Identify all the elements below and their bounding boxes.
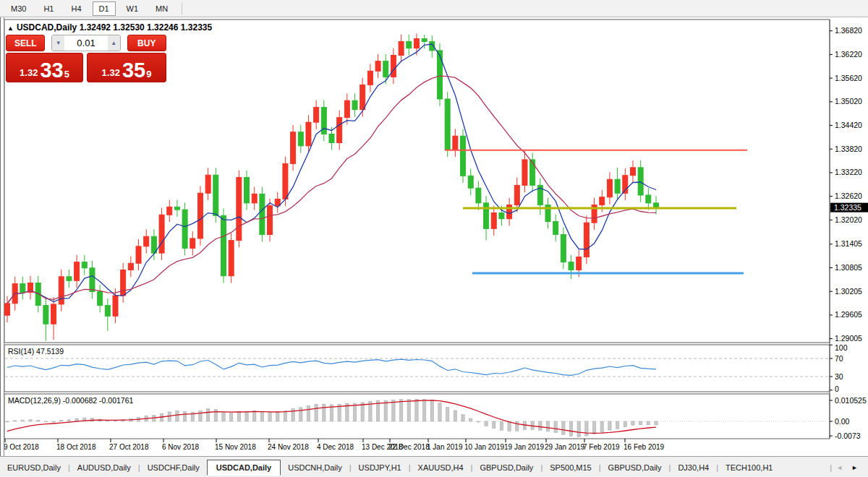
price-tick-label: 1.36820	[835, 26, 862, 35]
timeframe-button-mn[interactable]: MN	[149, 1, 174, 16]
collapse-panel-icon[interactable]: ▲	[7, 25, 14, 32]
chart-left-border	[4, 17, 4, 456]
candle	[159, 215, 164, 253]
candle	[399, 41, 404, 55]
date-tick-label: 6 Nov 2018	[162, 443, 200, 451]
macd-histogram-bar	[577, 421, 580, 437]
date-tick-label: 10 Jan 2019	[464, 443, 504, 451]
timeframe-toolbar: M30H1H4D1W1MN	[0, 0, 868, 17]
tab-usdjpy-h1[interactable]: USDJPY,H1	[352, 460, 409, 475]
tab-gbpusd-daily[interactable]: GBPUSD,Daily	[601, 460, 669, 475]
price-tick-label: 1.31405	[835, 239, 862, 248]
macd-histogram-bar	[399, 399, 402, 421]
tab-usdcnh-daily[interactable]: USDCNH,Daily	[281, 460, 349, 475]
tab-usdchf-daily[interactable]: USDCHF,Daily	[140, 460, 207, 475]
candle	[491, 213, 496, 229]
macd-histogram-bar	[500, 421, 503, 430]
candle	[213, 175, 218, 215]
tab-dj30-h4[interactable]: DJ30,H4	[671, 460, 716, 475]
macd-histogram-bar	[292, 408, 294, 421]
macd-histogram-bar	[245, 411, 248, 421]
macd-histogram-bar	[655, 421, 658, 425]
one-click-trade-panel: SELL ▼ ▲ BUY 1.32335 1.32359	[6, 35, 166, 82]
macd-histogram-bar	[60, 421, 63, 421]
candle	[445, 99, 450, 150]
candle	[275, 199, 280, 205]
date-tick-label: 16 Feb 2019	[624, 443, 665, 451]
date-tick-label: 27 Oct 2018	[109, 443, 149, 451]
buy-price-button[interactable]: 1.32359	[87, 53, 166, 82]
candle	[51, 304, 56, 324]
candle	[182, 210, 187, 248]
timeframe-button-d1[interactable]: D1	[93, 1, 116, 16]
tab-tech100-h1[interactable]: TECH100,H1	[718, 460, 780, 475]
toolbar-divider	[182, 3, 182, 14]
macd-histogram-bar	[647, 421, 650, 425]
candle	[522, 160, 527, 185]
macd-histogram-bar	[422, 399, 425, 421]
candle	[615, 179, 620, 193]
candle	[144, 236, 149, 246]
sell-price-base: 1.32	[20, 67, 38, 78]
candle	[221, 215, 226, 275]
candle	[407, 41, 412, 48]
price-tick-label: 1.34420	[835, 121, 862, 129]
price-tick-label: 1.32020	[835, 215, 862, 224]
macd-histogram-bar	[438, 403, 441, 421]
macd-histogram-bar	[616, 421, 618, 429]
candle	[654, 203, 659, 207]
timeframe-button-h4[interactable]: H4	[64, 1, 88, 16]
sell-price-button[interactable]: 1.32335	[6, 53, 83, 82]
tab-eurusd-daily[interactable]: EURUSD,Daily	[0, 460, 68, 475]
macd-histogram-bar	[508, 421, 511, 431]
price-tick-label: 1.30805	[835, 263, 862, 272]
candle	[476, 188, 481, 203]
candle	[584, 223, 589, 257]
candle	[391, 55, 396, 77]
macd-histogram-bar	[461, 415, 464, 421]
tab-scroll-left-icon[interactable]: ◄	[832, 463, 847, 473]
buy-price-pips: 35	[122, 61, 145, 80]
timeframe-button-h1[interactable]: H1	[37, 1, 60, 16]
tab-audusd-daily[interactable]: AUDUSD,Daily	[70, 460, 138, 475]
tab-scroll-right-icon[interactable]: ►	[847, 463, 862, 473]
tab-xauusd-h4[interactable]: XAUUSD,H4	[411, 460, 471, 475]
lot-size-input[interactable]	[64, 35, 108, 51]
candle	[383, 61, 388, 77]
macd-histogram-bar	[608, 421, 611, 430]
macd-histogram-bar	[253, 411, 256, 421]
macd-histogram-bar	[214, 409, 217, 421]
sell-button[interactable]: SELL	[6, 35, 45, 51]
lot-decrease-button[interactable]: ▼	[52, 35, 64, 51]
tab-gbpusd-daily[interactable]: GBPUSD,Daily	[472, 460, 540, 475]
candle	[197, 193, 203, 239]
tab-usdcad-daily[interactable]: USDCAD,Daily	[207, 460, 281, 476]
buy-button[interactable]: BUY	[127, 35, 166, 51]
candle	[105, 306, 110, 317]
price-tick-label: 1.30205	[835, 287, 862, 296]
date-tick-label: 4 Dec 2018	[317, 443, 354, 451]
timeframe-button-w1[interactable]: W1	[120, 1, 145, 16]
macd-histogram-bar	[485, 421, 488, 426]
candle	[5, 304, 10, 315]
macd-histogram-bar	[384, 400, 387, 421]
candle	[306, 122, 311, 146]
candle	[291, 132, 296, 164]
candle	[167, 207, 172, 215]
candle	[329, 134, 334, 142]
lot-increase-button[interactable]: ▲	[108, 35, 120, 51]
macd-histogram-bar	[307, 406, 310, 421]
date-tick-label: 7 Feb 2019	[583, 443, 620, 451]
macd-histogram-bar	[21, 421, 24, 421]
chart-background[interactable]	[0, 17, 868, 456]
timeframe-button-m30[interactable]: M30	[4, 1, 33, 16]
candle	[461, 136, 466, 176]
macd-histogram-bar	[477, 421, 480, 422]
date-tick-label: 9 Oct 2018	[4, 443, 39, 451]
macd-histogram-bar	[229, 413, 232, 421]
tab-sp500-m15[interactable]: SP500,M15	[542, 460, 598, 475]
price-tick-label: 1.35620	[835, 74, 862, 82]
buy-price-pipette: 9	[146, 69, 151, 80]
macd-histogram-bar	[407, 399, 410, 421]
buy-price-base: 1.32	[102, 67, 120, 78]
